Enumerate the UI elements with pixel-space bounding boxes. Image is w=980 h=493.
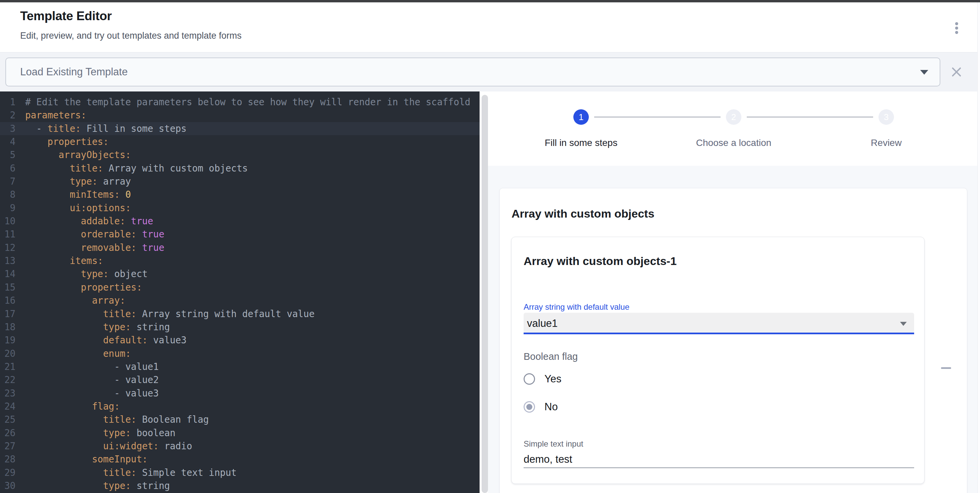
code-line[interactable]: 30 type: string [0, 479, 480, 492]
preview-panel: 1Fill in some steps2Choose a location3Re… [488, 91, 980, 493]
code-line[interactable]: 10 addable: true [0, 215, 480, 228]
code-line[interactable]: 9 ui:options: [0, 201, 480, 215]
code-line[interactable]: 2parameters: [0, 108, 480, 122]
code-text: items: [25, 254, 103, 267]
load-existing-template-placeholder: Load Existing Template [20, 66, 128, 78]
line-number: 6 [0, 162, 16, 175]
code-line[interactable]: 15 properties: [0, 281, 480, 294]
dropdown-arrow-icon [900, 322, 907, 326]
step-connector [747, 117, 873, 117]
line-number: 30 [0, 479, 16, 492]
chevron-down-icon [920, 70, 928, 75]
close-button[interactable] [947, 62, 966, 81]
code-text: flag: [25, 400, 119, 413]
code-line[interactable]: 11 orderable: true [0, 228, 480, 241]
code-text: removable: true [25, 241, 164, 254]
close-icon [951, 67, 962, 77]
code-line[interactable]: 23 - value3 [0, 387, 480, 400]
code-line[interactable]: 22 - value2 [0, 373, 480, 386]
code-text: type: object [25, 267, 148, 281]
line-number: 12 [0, 241, 16, 254]
code-text: default: value3 [25, 333, 186, 347]
minus-icon [941, 367, 951, 369]
simple-text-input[interactable]: demo, test [523, 453, 914, 468]
code-text: parameters: [25, 108, 86, 122]
line-number: 16 [0, 294, 16, 307]
array-section-title: Array with custom objects [512, 207, 654, 220]
code-line[interactable]: 4 properties: [0, 135, 480, 148]
array-string-select-value: value1 [527, 313, 558, 334]
load-template-bar: Load Existing Template [0, 52, 980, 91]
line-number: 1 [0, 96, 16, 108]
more-options-button[interactable] [948, 19, 964, 37]
code-line[interactable]: 6 title: Array with custom objects [0, 162, 480, 175]
code-line[interactable]: 24 flag: [0, 400, 480, 413]
code-text: properties: [25, 281, 142, 294]
code-line[interactable]: 20 enum: [0, 347, 480, 360]
step-3-indicator[interactable]: 3 [878, 109, 894, 125]
page-scrollbar[interactable] [977, 2, 980, 493]
code-line[interactable]: 16 array: [0, 294, 480, 307]
line-number: 27 [0, 440, 16, 453]
text-input-underline [523, 467, 914, 468]
code-text: title: Simple text input [25, 466, 237, 479]
line-number: 2 [0, 108, 16, 122]
code-text: type: array [25, 175, 131, 188]
editor-lines: 1# Edit the template parameters below to… [0, 96, 480, 492]
code-line[interactable]: 27 ui:widget: radio [0, 440, 480, 453]
line-number: 15 [0, 281, 16, 294]
code-text: title: Array string with default value [25, 307, 315, 321]
code-line[interactable]: 17 title: Array string with default valu… [0, 307, 480, 321]
code-line[interactable]: 28 someInput: [0, 453, 480, 466]
radio-option-yes[interactable]: Yes [523, 373, 562, 385]
radio-option-no[interactable]: No [523, 401, 558, 413]
line-number: 28 [0, 453, 16, 466]
line-number: 9 [0, 201, 16, 215]
code-text: - title: Fill in some steps [25, 122, 186, 135]
code-line[interactable]: 19 default: value3 [0, 333, 480, 347]
code-text: minItems: 0 [25, 188, 131, 201]
line-number: 21 [0, 360, 16, 373]
step-1-indicator[interactable]: 1 [573, 109, 589, 125]
code-text: title: Boolean flag [25, 413, 209, 426]
line-number: 3 [0, 122, 16, 135]
text-field-label: Simple text input [523, 439, 583, 448]
code-text: orderable: true [25, 228, 164, 241]
code-line[interactable]: 29 title: Simple text input [0, 466, 480, 479]
array-string-select[interactable]: value1 [523, 313, 914, 334]
remove-item-button[interactable] [937, 359, 956, 377]
code-text: - value1 [25, 360, 159, 373]
line-number: 19 [0, 333, 16, 347]
code-text: # Edit the template parameters below to … [25, 96, 471, 108]
code-text: - value3 [25, 387, 159, 400]
code-text: array: [25, 294, 126, 307]
line-number: 22 [0, 373, 16, 386]
code-line[interactable]: 5 arrayObjects: [0, 148, 480, 161]
code-editor[interactable]: 1# Edit the template parameters below to… [0, 91, 480, 493]
step-connector [594, 117, 721, 117]
code-line[interactable]: 8 minItems: 0 [0, 188, 480, 201]
array-item-title: Array with custom objects-1 [523, 255, 676, 268]
code-line[interactable]: 3 - title: Fill in some steps [0, 122, 480, 135]
form-card: Array with custom objects Array with cus… [500, 188, 967, 493]
simple-text-input-value: demo, test [523, 453, 572, 465]
code-line[interactable]: 18 type: string [0, 321, 480, 333]
load-existing-template-select[interactable]: Load Existing Template [5, 57, 940, 86]
pane-resize-handle[interactable] [482, 95, 488, 493]
step-2-indicator[interactable]: 2 [726, 109, 741, 125]
radio-option-label: No [544, 401, 558, 413]
step-3-label: Review [819, 137, 953, 148]
code-line[interactable]: 26 type: boolean [0, 426, 480, 440]
code-text: properties: [25, 135, 108, 148]
line-number: 11 [0, 228, 16, 241]
code-line[interactable]: 21 - value1 [0, 360, 480, 373]
form-preview-area: Array with custom objects Array with cus… [488, 166, 980, 493]
code-line[interactable]: 25 title: Boolean flag [0, 413, 480, 426]
code-line[interactable]: 13 items: [0, 254, 480, 267]
kebab-menu-icon [955, 22, 958, 25]
code-line[interactable]: 14 type: object [0, 267, 480, 281]
code-line[interactable]: 7 type: array [0, 175, 480, 188]
code-line[interactable]: 1# Edit the template parameters below to… [0, 96, 480, 108]
code-line[interactable]: 12 removable: true [0, 241, 480, 254]
line-number: 17 [0, 307, 16, 321]
